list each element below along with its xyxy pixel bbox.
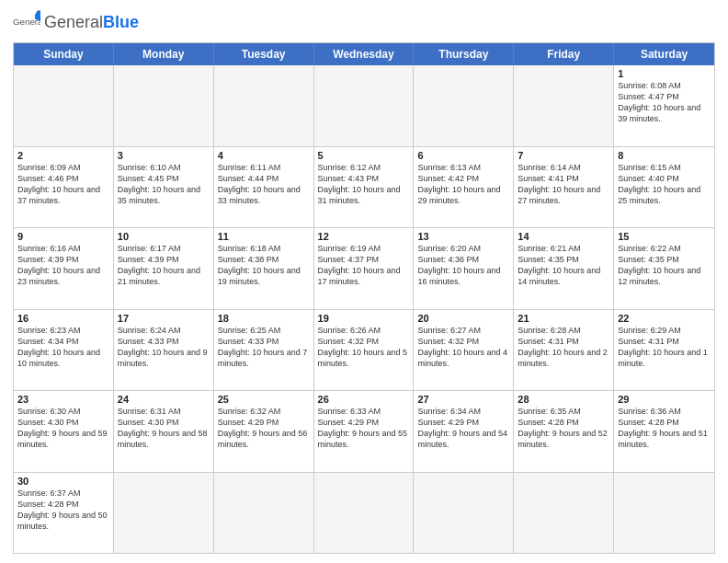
calendar-row: 30Sunrise: 6:37 AM Sunset: 4:28 PM Dayli… [14, 473, 714, 554]
calendar-cell: 13Sunrise: 6:20 AM Sunset: 4:36 PM Dayli… [414, 228, 514, 309]
calendar-cell: 1Sunrise: 6:08 AM Sunset: 4:47 PM Daylig… [614, 65, 714, 146]
cell-sun-info: Sunrise: 6:22 AM Sunset: 4:35 PM Dayligh… [618, 243, 711, 288]
day-number: 7 [518, 150, 609, 161]
cell-sun-info: Sunrise: 6:16 AM Sunset: 4:39 PM Dayligh… [17, 243, 109, 288]
calendar-cell: 15Sunrise: 6:22 AM Sunset: 4:35 PM Dayli… [614, 228, 714, 309]
day-number: 30 [17, 476, 109, 487]
cell-sun-info: Sunrise: 6:20 AM Sunset: 4:36 PM Dayligh… [417, 243, 509, 288]
day-number: 1 [618, 68, 711, 79]
weekday-header: Monday [114, 43, 214, 65]
cell-sun-info: Sunrise: 6:08 AM Sunset: 4:47 PM Dayligh… [618, 80, 711, 125]
day-number: 24 [118, 394, 210, 405]
calendar-cell: 20Sunrise: 6:27 AM Sunset: 4:32 PM Dayli… [414, 310, 514, 391]
calendar-cell: 10Sunrise: 6:17 AM Sunset: 4:39 PM Dayli… [114, 228, 214, 309]
cell-sun-info: Sunrise: 6:21 AM Sunset: 4:35 PM Dayligh… [518, 243, 609, 288]
day-number: 17 [118, 313, 210, 324]
cell-sun-info: Sunrise: 6:23 AM Sunset: 4:34 PM Dayligh… [17, 325, 109, 370]
cell-sun-info: Sunrise: 6:34 AM Sunset: 4:29 PM Dayligh… [417, 406, 509, 451]
calendar-cell: 28Sunrise: 6:35 AM Sunset: 4:28 PM Dayli… [514, 391, 614, 472]
day-number: 4 [218, 150, 310, 161]
day-number: 25 [218, 394, 310, 405]
calendar-cell: 3Sunrise: 6:10 AM Sunset: 4:45 PM Daylig… [114, 147, 214, 228]
calendar-cell [414, 65, 514, 146]
cell-sun-info: Sunrise: 6:12 AM Sunset: 4:43 PM Dayligh… [318, 162, 410, 207]
calendar-row: 23Sunrise: 6:30 AM Sunset: 4:30 PM Dayli… [14, 391, 714, 473]
cell-sun-info: Sunrise: 6:25 AM Sunset: 4:33 PM Dayligh… [218, 325, 310, 370]
calendar-cell [314, 473, 415, 554]
calendar-cell: 12Sunrise: 6:19 AM Sunset: 4:37 PM Dayli… [314, 228, 415, 309]
cell-sun-info: Sunrise: 6:15 AM Sunset: 4:40 PM Dayligh… [618, 162, 711, 207]
calendar-cell: 23Sunrise: 6:30 AM Sunset: 4:30 PM Dayli… [14, 391, 114, 472]
weekday-header: Sunday [14, 43, 114, 65]
day-number: 20 [417, 313, 509, 324]
day-number: 19 [318, 313, 410, 324]
day-number: 3 [118, 150, 210, 161]
calendar-row: 2Sunrise: 6:09 AM Sunset: 4:46 PM Daylig… [14, 147, 714, 229]
weekday-header: Tuesday [214, 43, 314, 65]
cell-sun-info: Sunrise: 6:13 AM Sunset: 4:42 PM Dayligh… [417, 162, 509, 207]
calendar-row: 16Sunrise: 6:23 AM Sunset: 4:34 PM Dayli… [14, 310, 714, 392]
logo-text: GeneralBlue [44, 14, 139, 32]
weekday-header: Wednesday [314, 43, 415, 65]
calendar-cell: 14Sunrise: 6:21 AM Sunset: 4:35 PM Dayli… [514, 228, 614, 309]
calendar-cell [514, 473, 614, 554]
calendar-cell: 26Sunrise: 6:33 AM Sunset: 4:29 PM Dayli… [314, 391, 415, 472]
weekday-header: Saturday [614, 43, 714, 65]
calendar-cell: 4Sunrise: 6:11 AM Sunset: 4:44 PM Daylig… [214, 147, 314, 228]
calendar-cell [614, 473, 714, 554]
day-number: 15 [618, 231, 711, 242]
calendar-row: 1Sunrise: 6:08 AM Sunset: 4:47 PM Daylig… [14, 65, 714, 147]
weekday-header: Thursday [414, 43, 514, 65]
day-number: 16 [17, 313, 109, 324]
day-number: 23 [17, 394, 109, 405]
calendar-cell: 21Sunrise: 6:28 AM Sunset: 4:31 PM Dayli… [514, 310, 614, 391]
day-number: 18 [218, 313, 310, 324]
calendar-cell [414, 473, 514, 554]
calendar-cell: 8Sunrise: 6:15 AM Sunset: 4:40 PM Daylig… [614, 147, 714, 228]
calendar-cell: 19Sunrise: 6:26 AM Sunset: 4:32 PM Dayli… [314, 310, 415, 391]
cell-sun-info: Sunrise: 6:35 AM Sunset: 4:28 PM Dayligh… [518, 406, 609, 451]
day-number: 9 [17, 231, 109, 242]
calendar-body: 1Sunrise: 6:08 AM Sunset: 4:47 PM Daylig… [14, 65, 714, 553]
day-number: 8 [618, 150, 711, 161]
calendar-cell: 29Sunrise: 6:36 AM Sunset: 4:28 PM Dayli… [614, 391, 714, 472]
cell-sun-info: Sunrise: 6:28 AM Sunset: 4:31 PM Dayligh… [518, 325, 609, 370]
day-number: 2 [17, 150, 109, 161]
header: General GeneralBlue [13, 9, 715, 37]
calendar-header: SundayMondayTuesdayWednesdayThursdayFrid… [14, 43, 714, 65]
day-number: 26 [318, 394, 410, 405]
calendar-cell [214, 65, 314, 146]
day-number: 14 [518, 231, 609, 242]
cell-sun-info: Sunrise: 6:26 AM Sunset: 4:32 PM Dayligh… [318, 325, 410, 370]
calendar-cell: 7Sunrise: 6:14 AM Sunset: 4:41 PM Daylig… [514, 147, 614, 228]
calendar-cell: 27Sunrise: 6:34 AM Sunset: 4:29 PM Dayli… [414, 391, 514, 472]
calendar-cell: 24Sunrise: 6:31 AM Sunset: 4:30 PM Dayli… [114, 391, 214, 472]
cell-sun-info: Sunrise: 6:18 AM Sunset: 4:38 PM Dayligh… [218, 243, 310, 288]
logo: General GeneralBlue [13, 9, 139, 37]
calendar-cell: 18Sunrise: 6:25 AM Sunset: 4:33 PM Dayli… [214, 310, 314, 391]
cell-sun-info: Sunrise: 6:29 AM Sunset: 4:31 PM Dayligh… [618, 325, 711, 370]
calendar-cell [114, 65, 214, 146]
cell-sun-info: Sunrise: 6:27 AM Sunset: 4:32 PM Dayligh… [417, 325, 509, 370]
page: General GeneralBlue SundayMondayTuesdayW… [0, 0, 728, 563]
weekday-header: Friday [514, 43, 614, 65]
calendar-cell [214, 473, 314, 554]
day-number: 11 [218, 231, 310, 242]
calendar-cell [314, 65, 415, 146]
day-number: 5 [318, 150, 410, 161]
day-number: 10 [118, 231, 210, 242]
cell-sun-info: Sunrise: 6:19 AM Sunset: 4:37 PM Dayligh… [318, 243, 410, 288]
cell-sun-info: Sunrise: 6:37 AM Sunset: 4:28 PM Dayligh… [17, 488, 109, 533]
day-number: 29 [618, 394, 711, 405]
day-number: 27 [417, 394, 509, 405]
calendar-cell: 16Sunrise: 6:23 AM Sunset: 4:34 PM Dayli… [14, 310, 114, 391]
cell-sun-info: Sunrise: 6:33 AM Sunset: 4:29 PM Dayligh… [318, 406, 410, 451]
day-number: 13 [417, 231, 509, 242]
day-number: 6 [417, 150, 509, 161]
calendar-cell: 5Sunrise: 6:12 AM Sunset: 4:43 PM Daylig… [314, 147, 415, 228]
calendar-cell [14, 65, 114, 146]
calendar-cell [114, 473, 214, 554]
calendar-cell: 6Sunrise: 6:13 AM Sunset: 4:42 PM Daylig… [414, 147, 514, 228]
cell-sun-info: Sunrise: 6:24 AM Sunset: 4:33 PM Dayligh… [118, 325, 210, 370]
calendar: SundayMondayTuesdayWednesdayThursdayFrid… [13, 42, 715, 554]
